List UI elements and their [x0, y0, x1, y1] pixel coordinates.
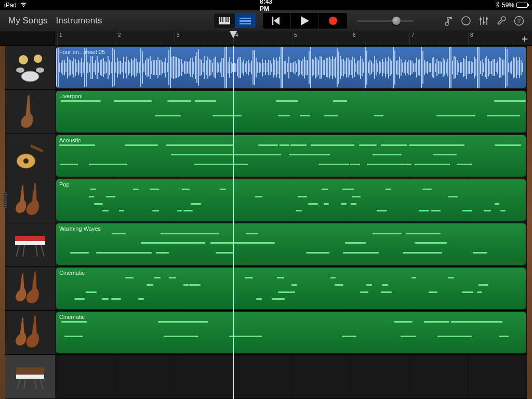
wifi-icon — [20, 2, 27, 9]
svg-point-22 — [23, 158, 29, 164]
region[interactable]: Liverpool — [56, 91, 526, 132]
app-toolbar: My Songs Instruments ? — [0, 10, 532, 31]
track-header[interactable] — [5, 46, 55, 90]
svg-point-18 — [36, 68, 44, 73]
strings-icon — [12, 316, 48, 350]
bar-number: 3 — [177, 32, 180, 38]
view-mode-segment — [214, 14, 256, 28]
svg-rect-23 — [30, 144, 44, 153]
bar-number: 5 — [294, 32, 297, 38]
svg-rect-26 — [16, 367, 44, 375]
midi-notes — [59, 189, 523, 218]
bluetooth-icon — [496, 1, 500, 9]
region[interactable]: Warming Waves — [56, 223, 526, 265]
track-lane[interactable] — [55, 355, 527, 399]
region-label: Pop — [56, 179, 526, 190]
add-track-button[interactable]: ＋ — [520, 33, 530, 44]
svg-rect-6 — [240, 20, 251, 22]
rewind-button[interactable] — [263, 13, 291, 29]
svg-point-12 — [483, 21, 485, 23]
region[interactable]: Pop — [56, 179, 526, 221]
track-header[interactable] — [5, 178, 55, 222]
bar-number: 6 — [353, 32, 356, 38]
instruments-button[interactable]: Instruments — [52, 16, 107, 26]
svg-point-9 — [329, 17, 337, 25]
wood-trim-left — [0, 46, 5, 399]
playhead[interactable] — [233, 46, 234, 399]
transport-controls — [263, 13, 347, 29]
midi-notes — [59, 100, 523, 129]
region[interactable]: Acoustic — [56, 135, 526, 177]
region-label: Warming Waves — [56, 223, 526, 234]
svg-point-20 — [34, 55, 42, 63]
battery-pct: 59% — [502, 2, 514, 9]
settings-wrench-button[interactable] — [493, 12, 510, 30]
svg-rect-25 — [15, 241, 45, 245]
svg-rect-7 — [240, 23, 251, 24]
bar-number: 1 — [59, 32, 62, 38]
region-label: Acoustic — [56, 135, 526, 145]
track-lane[interactable]: Acoustic — [55, 134, 527, 178]
svg-rect-3 — [225, 17, 227, 22]
midi-notes — [59, 277, 523, 306]
device-label: iPad — [4, 2, 17, 9]
svg-point-19 — [19, 55, 28, 64]
drums-icon — [12, 51, 48, 85]
timeline-ruler[interactable]: 12345678 ＋ — [0, 31, 532, 46]
midi-notes — [59, 144, 523, 174]
loop-button[interactable] — [457, 12, 475, 30]
track-lane[interactable]: Warming Waves — [55, 222, 527, 267]
track-lanes[interactable]: Four on…mset 05LiverpoolAcousticPopWarmi… — [55, 46, 527, 399]
strings-icon — [12, 272, 48, 305]
svg-text:?: ? — [517, 18, 521, 24]
bar-number: 7 — [411, 32, 415, 38]
track-header[interactable] — [5, 267, 55, 311]
bass-icon — [12, 95, 48, 129]
battery-icon — [516, 3, 528, 8]
region[interactable]: Cinematic — [56, 268, 526, 309]
my-songs-button[interactable]: My Songs — [4, 16, 52, 26]
track-header[interactable] — [5, 222, 55, 267]
midi-notes — [59, 321, 523, 350]
track-header[interactable] — [5, 311, 55, 355]
tracks-view-button[interactable] — [235, 14, 256, 28]
svg-rect-8 — [272, 17, 273, 25]
bar-number: 2 — [118, 32, 121, 38]
svg-rect-1 — [220, 17, 221, 22]
svg-point-11 — [480, 18, 482, 20]
track-lane[interactable]: Cinematic — [55, 311, 527, 355]
track-header[interactable] — [5, 90, 55, 134]
track-header[interactable] — [5, 355, 55, 399]
svg-rect-2 — [222, 17, 223, 22]
track-lane[interactable]: Cinematic — [55, 267, 527, 311]
resize-handle[interactable] — [4, 192, 7, 208]
track-lane[interactable]: Pop — [55, 178, 527, 222]
svg-rect-5 — [240, 18, 251, 19]
track-header[interactable] — [5, 134, 55, 178]
keyboard-view-button[interactable] — [214, 14, 235, 28]
guitar-icon — [12, 139, 48, 173]
region-label: Cinematic — [56, 312, 526, 322]
volume-slider[interactable] — [356, 13, 434, 29]
svg-rect-24 — [15, 236, 45, 241]
tracks-area: Four on…mset 05LiverpoolAcousticPopWarmi… — [0, 46, 532, 399]
region-label: Cinematic — [56, 268, 526, 278]
help-button[interactable]: ? — [510, 12, 528, 30]
mixer-button[interactable] — [475, 12, 493, 30]
track-lane[interactable]: Four on…mset 05 — [55, 46, 527, 90]
region-label: Four on…mset 05 — [56, 47, 526, 57]
midi-notes — [59, 233, 523, 262]
svg-point-13 — [486, 18, 488, 20]
track-headers — [5, 46, 55, 399]
clock: 8:43 PM — [260, 0, 272, 12]
note-tool-button[interactable] — [440, 12, 457, 30]
record-button[interactable] — [319, 13, 347, 29]
region[interactable]: Cinematic — [56, 312, 526, 353]
svg-rect-27 — [16, 375, 44, 379]
play-button[interactable] — [291, 13, 319, 29]
strings-icon — [12, 183, 48, 217]
svg-point-17 — [16, 68, 24, 73]
region[interactable]: Four on…mset 05 — [56, 47, 526, 88]
track-lane[interactable]: Liverpool — [55, 90, 527, 134]
wood-trim-right — [527, 46, 532, 399]
